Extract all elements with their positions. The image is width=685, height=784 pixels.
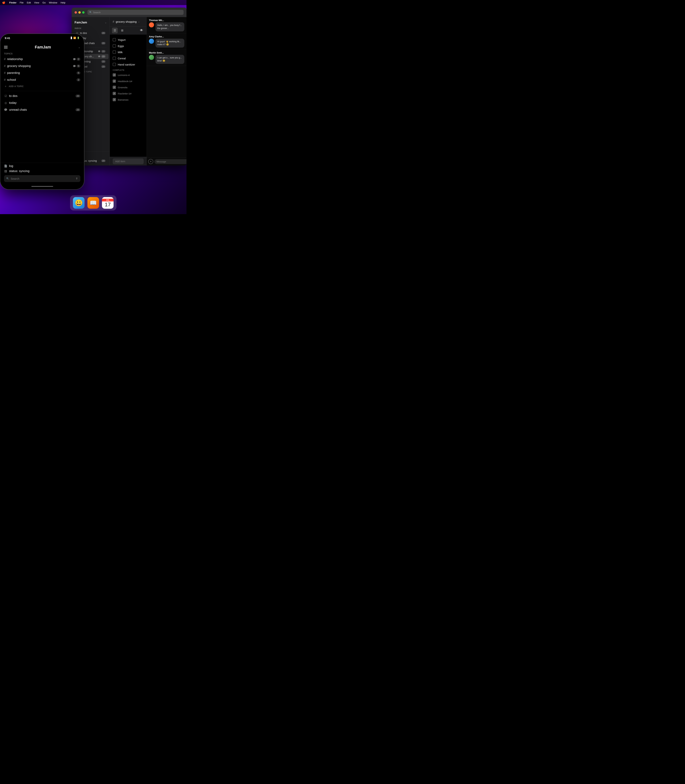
iphone-search-icon: 🔍 [6,177,9,180]
window-minimize-button[interactable] [78,11,81,14]
checkbox-granola[interactable] [113,86,116,89]
iphone-topic-relationship[interactable]: # relationship 💬 2 [0,56,84,63]
window-close-button[interactable] [75,11,77,14]
hamburger-menu-button[interactable] [4,46,8,49]
checkbox-cereal[interactable] [113,57,116,60]
status-badge: 23 [101,159,106,162]
iphone-topic-parenting[interactable]: # parenting 5 [0,70,84,76]
list-item-raclette[interactable]: Raclette 1# [110,90,146,96]
status-nav-label: status: syncing [9,169,80,173]
checkbox-raclette[interactable] [113,92,116,95]
list-item-granola[interactable]: Granola [110,84,146,90]
sidebar-app-title: FamJam [75,21,87,24]
ham-line-2 [4,47,8,47]
iphone-add-topic-button[interactable]: + ADD A TOPIC [0,83,84,89]
dock-finder-icon[interactable]: 😀 [73,197,84,209]
topic-school-name: school [7,78,76,82]
channel-hash-icon: # [113,20,114,23]
wifi-icon: 📶 [73,37,76,39]
nav-todos-label: to dos [9,94,75,98]
window-maximize-button[interactable] [82,11,84,14]
list-item-yogurt[interactable]: Yogurt [110,37,146,43]
menu-item-view[interactable]: View [34,1,39,4]
calendar-month-label: JUL [102,199,114,202]
iphone-frame: 9:41 ▊ 📶 🔋 FamJam ⌄ TOPICS [0,34,84,190]
chat-message-martin: Martin Smit... I can get o... sure you g… [147,50,187,66]
iphone-nav-unread[interactable]: 💬 unread chats 23 [0,106,84,113]
ham-line-3 [4,48,8,49]
checkbox-eggs[interactable] [113,44,116,47]
iphone-app-title: FamJam [35,45,51,50]
menu-item-help[interactable]: Help [61,1,65,4]
menu-item-edit[interactable]: Edit [27,1,31,4]
chat-plus-button[interactable]: + [148,159,153,164]
item-lemons-text: Lemons 4 [118,73,130,76]
add-item-input[interactable] [113,158,144,164]
item-hand-sanitizer-text: Hand sanitizer [118,63,135,66]
grocery-badge-wrap-iphone: 💬 5 [73,65,80,68]
finder-face-icon: 😀 [75,199,83,207]
checkbox-lemons[interactable] [113,73,116,76]
iphone-nav-log[interactable]: 📄 log [4,164,80,168]
chat-sender-martin: Martin Smit... [149,51,184,54]
list-item-bananas[interactable]: Bananas [110,96,146,103]
menu-item-file[interactable]: File [20,1,24,4]
image-nav-icon: 🖼 [4,170,7,173]
apple-logo-icon[interactable]: 🍎 [2,1,5,4]
iphone-search-bar[interactable]: 🔍 Search 🎙 [4,175,80,182]
list-view-button[interactable]: ☰ [112,28,118,33]
list-item-lemons[interactable]: Lemons 4 [110,72,146,78]
list-item-eggs[interactable]: Eggs [110,43,146,49]
inbox-section-label: INBOX [71,26,110,31]
iphone-chevron-icon[interactable]: ⌄ [78,46,80,49]
iphone-topic-school[interactable]: # school 2 [0,76,84,83]
checkbox-yogurt[interactable] [113,38,116,41]
channel-header: # grocery shopping ⌄ [110,17,146,26]
avatar-amy [149,39,154,44]
list-item-haddock[interactable]: Haddock 1# [110,78,146,84]
rel-badge-wrap: 💬 2 [73,58,80,60]
school-badge-iphone: 2 [76,78,80,81]
search-placeholder-text: Search [93,11,101,14]
checkbox-nav-icon: ☑ [4,94,7,98]
iphone-nav-status[interactable]: 🖼 status: syncing [4,169,80,173]
iphone-status-bar: 9:41 ▊ 📶 🔋 [0,34,84,42]
iphone-bottom-area: 📄 log 🖼 status: syncing 🔍 Search 🎙 [0,163,84,184]
iphone-nav-todos[interactable]: ☑ to dos 23 [0,93,84,99]
chevron-down-icon[interactable]: ⌄ [105,21,107,24]
microphone-icon[interactable]: 🎙 [76,177,78,180]
list-item-cereal[interactable]: Cereal [110,55,146,61]
channel-chevron-icon[interactable]: ⌄ [138,21,140,23]
item-bananas-text: Bananas [118,98,128,101]
list-item-hand-sanitizer[interactable]: Hand sanitizer [110,61,146,68]
search-icon: 🔍 [89,11,92,14]
checkbox-hand-sanitizer[interactable] [113,63,116,66]
unread-badge: 23 [101,42,106,44]
item-yogurt-text: Yogurt [118,38,125,41]
iphone-time-display: 9:41 [5,36,10,39]
dock-books-icon[interactable]: 📖 [88,197,99,209]
item-cereal-text: Cereal [118,57,126,60]
chat-text-thomas: Hello, I am... you busy f... the grocer.… [157,24,182,30]
list-item-milk[interactable]: Milk [110,49,146,55]
checkbox-haddock[interactable] [113,80,116,83]
grid-view-button[interactable]: ⊞ [119,28,125,33]
checkbox-milk[interactable] [113,50,116,54]
dock-calendar-icon[interactable]: JUL 17 [102,197,114,209]
window-search-bar[interactable]: 🔍 Search [88,10,183,15]
checkbox-bananas[interactable] [113,98,116,101]
iphone-topic-grocery[interactable]: # grocery shopping 💬 5 [0,63,84,70]
window-body: FamJam ⌄ INBOX ☑ to dos 23 ◎ today 💬 unr… [71,17,187,166]
menu-item-finder[interactable]: Finder [9,1,16,4]
grocery-badge-iphone: 5 [76,65,80,68]
menu-item-go[interactable]: Go [42,1,45,4]
hash-icon-school: # [4,78,6,81]
list-icon: ☰ [114,29,116,32]
chat-message-amy: Amy Clarke... Hi guys! 👋 working lik... … [147,33,187,50]
hash-icon-parenting: # [4,71,6,75]
iphone-nav-today[interactable]: ◎ today [0,99,84,106]
chat-message-input[interactable] [154,159,187,164]
menu-item-window[interactable]: Window [49,1,57,4]
chat-bubble-martin: I can get o... sure you g... time! 😄 [156,55,184,64]
eye-button[interactable]: 👁 [139,28,144,33]
